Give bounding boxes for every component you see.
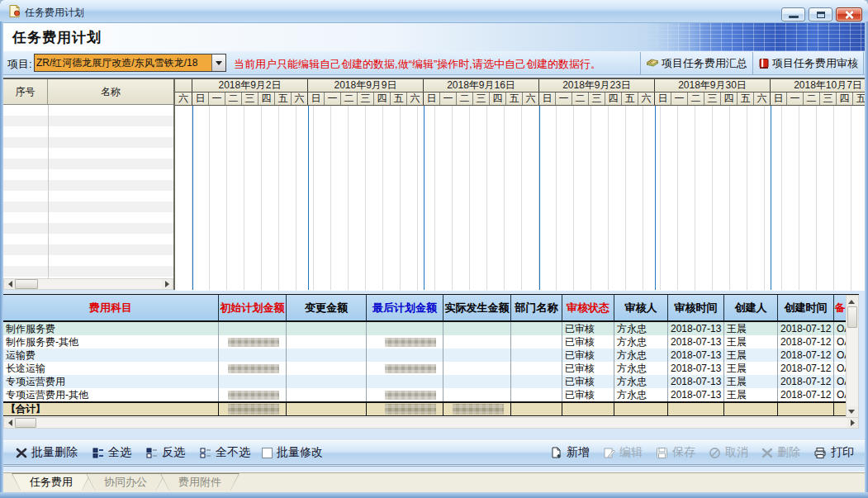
gantt-day-cell: 六	[638, 92, 655, 105]
column-header-4[interactable]: 最后计划金额	[367, 295, 443, 320]
cost-table-hscrollbar[interactable]	[3, 417, 859, 429]
cost-table-vscrollbar[interactable]	[846, 295, 859, 418]
window-title: 任务费用计划	[25, 6, 84, 20]
project-cost-summary-button[interactable]: 项目任务费用汇总	[641, 52, 753, 74]
toolbar-right-group: 新增编辑保存取消删除打印	[550, 445, 867, 460]
seq-column-header: 序号	[3, 79, 48, 104]
masked-amount	[385, 364, 436, 373]
table-row[interactable]: 运输费已审核方永忠2018-07-13王晨2018-07-12OA	[3, 349, 859, 362]
cell-money4	[443, 322, 511, 335]
column-header-11[interactable]: 创建时间	[778, 295, 834, 320]
table-row[interactable]: 长途运输已审核方永忠2018-07-13王晨2018-07-12OA	[3, 362, 859, 375]
cell-dept	[511, 375, 562, 388]
task-list-hscroll-thumb[interactable]	[15, 279, 38, 289]
task-list-hscrollbar[interactable]	[3, 278, 173, 290]
cell-money3	[367, 335, 443, 349]
column-header-8[interactable]: 审核人	[614, 295, 668, 320]
toolbar-button-edit[interactable]: 编辑	[603, 445, 643, 460]
cell-money3	[367, 375, 443, 388]
tab-费用附件[interactable]: 费用附件	[160, 473, 240, 491]
column-header-1[interactable]: 费用科目	[3, 295, 219, 320]
column-header-5[interactable]: 实际发生金额	[443, 295, 511, 320]
cell-status: 已审核	[562, 388, 614, 401]
gantt-day-cell: 四	[259, 92, 275, 105]
toolbar-button-label: 保存	[672, 445, 695, 460]
task-list-header: 序号 名称	[3, 79, 173, 105]
total-cell-money3	[367, 403, 443, 415]
scroll-left-icon[interactable]	[4, 279, 15, 289]
close-button[interactable]	[836, 7, 862, 21]
cell-money2	[287, 335, 367, 349]
cost-table-hscroll-thumb[interactable]	[15, 418, 36, 428]
toolbar-button-label: 批量修改	[277, 445, 323, 460]
project-label: 项目:	[7, 57, 32, 72]
column-header-12[interactable]: 备	[834, 295, 847, 320]
gantt-week-gridline	[308, 106, 309, 290]
gantt-day-cell: 四	[490, 92, 506, 105]
tab-协同办公[interactable]: 协同办公	[86, 473, 165, 491]
cell-money4	[443, 362, 511, 375]
gantt-week-label: 2018年10月7日	[771, 79, 865, 92]
cost-table-vscroll-thumb[interactable]	[847, 306, 857, 328]
cell-remark: OA	[834, 362, 847, 375]
select-all-icon	[92, 448, 104, 458]
project-cost-audit-label: 项目任务费用审核	[772, 56, 858, 71]
cell-status: 已审核	[562, 335, 614, 349]
project-select[interactable]: ZR/红河德龙展厅改造/东风雪铁龙/18	[34, 54, 226, 72]
header-buttons: 项目任务费用汇总 项目任务费用审核	[640, 52, 864, 74]
table-row[interactable]: 专项运营费用-其他已审核方永忠2018-07-13王晨2018-07-12OA	[3, 388, 859, 401]
toolbar-button[interactable]: 反选	[146, 445, 185, 460]
gantt-day-cell: 三	[704, 92, 721, 105]
cell-money1	[219, 375, 287, 388]
toolbar-button[interactable]: 批量删除	[16, 445, 78, 460]
column-header-9[interactable]: 审核时间	[668, 295, 724, 320]
chevron-down-icon[interactable]	[211, 55, 225, 71]
minimize-button[interactable]	[781, 7, 805, 21]
cell-money4	[443, 335, 511, 349]
column-header-6[interactable]: 部门名称	[511, 295, 562, 320]
toolbar-button[interactable]: 全不选	[200, 445, 250, 460]
column-header-2[interactable]: 初始计划金额	[219, 295, 287, 320]
task-list-body[interactable]	[3, 105, 173, 278]
batch-modify-toggle[interactable]: 批量修改	[262, 445, 323, 460]
table-row[interactable]: 专项运营费用已审核方永忠2018-07-13王晨2018-07-12OA	[3, 375, 859, 388]
toolbar-button-delete[interactable]: 删除	[761, 445, 800, 460]
cell-subject: 制作服务费-其他	[3, 335, 219, 349]
gantt-week-label: 2018年9月2日	[192, 79, 308, 92]
bottom-toolbar: 批量删除全选反选全不选批量修改 新增编辑保存取消删除打印	[1, 440, 867, 465]
gantt-day-cell: 六	[754, 92, 771, 105]
project-cost-audit-button[interactable]: 项目任务费用审核	[753, 52, 864, 74]
table-row[interactable]: 制作服务费已审核方永忠2018-07-13王晨2018-07-12OA	[3, 322, 859, 335]
scroll-right-icon[interactable]	[847, 418, 858, 428]
scroll-up-icon[interactable]	[847, 296, 858, 306]
bottom-tabstrip: 任务费用协同办公费用附件	[3, 472, 865, 492]
scroll-right-icon[interactable]	[162, 279, 173, 289]
toolbar-button-label: 反选	[162, 445, 185, 460]
toolbar-button-new[interactable]: 新增	[550, 445, 590, 460]
toolbar-button[interactable]: 全选	[92, 445, 131, 460]
cell-auditor: 方永忠	[614, 388, 668, 401]
table-row[interactable]: 制作服务费-其他已审核方永忠2018-07-13王晨2018-07-12OA	[3, 335, 859, 349]
column-header-7[interactable]: 审核状态	[562, 295, 614, 320]
column-header-10[interactable]: 创建人	[724, 295, 778, 320]
restore-button[interactable]	[809, 7, 832, 21]
scroll-down-icon[interactable]	[847, 406, 858, 417]
gantt-week-gridline	[655, 106, 656, 290]
column-header-3[interactable]: 变更金额	[287, 295, 367, 320]
project-cost-summary-label: 项目任务费用汇总	[662, 56, 747, 71]
toolbar-button-cancel[interactable]: 取消	[709, 445, 748, 460]
toolbar-button-print[interactable]: 打印	[813, 445, 854, 460]
building-artwork	[635, 23, 865, 51]
gantt-day-cell: 六	[407, 92, 424, 105]
gantt-day-cell: 日	[424, 92, 440, 105]
gantt-body[interactable]	[175, 106, 865, 290]
tab-任务费用[interactable]: 任务费用	[12, 473, 91, 491]
batch-modify-checkbox[interactable]	[262, 448, 273, 458]
gantt-day-cell: 三	[589, 92, 605, 105]
tab-label: 任务费用	[12, 474, 90, 491]
cancel-icon	[709, 447, 721, 459]
gantt-day-cell: 六	[523, 92, 539, 105]
toolbar-button-save[interactable]: 保存	[656, 445, 695, 460]
scroll-left-icon[interactable]	[4, 418, 15, 428]
gantt-day-cell: 一	[325, 92, 341, 105]
